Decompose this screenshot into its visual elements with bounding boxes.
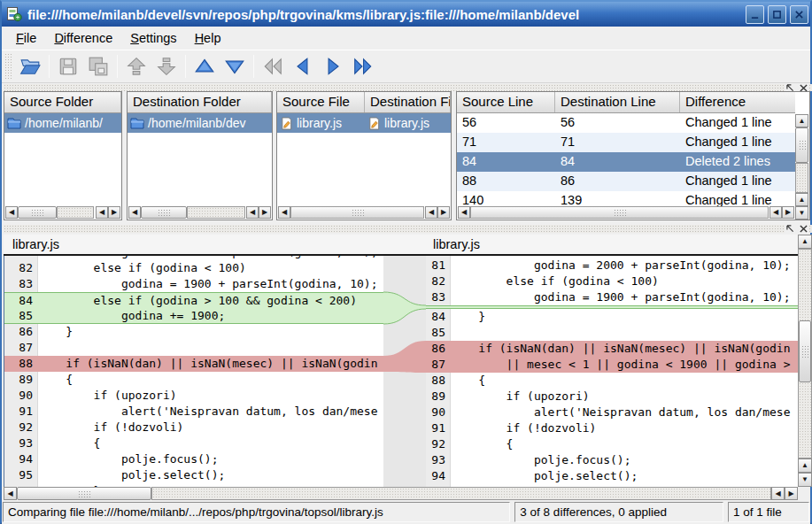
diff-hscrollbar-thumb[interactable] bbox=[17, 487, 151, 500]
next-file-button[interactable] bbox=[319, 53, 347, 80]
dock-handle-top[interactable] bbox=[4, 84, 812, 91]
difference-row[interactable]: 140139Changed 1 line bbox=[457, 191, 795, 206]
diff-scroll-up-button[interactable]: ▲ bbox=[798, 235, 812, 249]
hscrollbar-track[interactable] bbox=[470, 206, 769, 219]
open-button[interactable] bbox=[16, 53, 44, 80]
difference-row[interactable]: 8484Deleted 2 lines bbox=[457, 152, 795, 172]
differences-list: 5656Changed 1 line7171Changed 1 line8484… bbox=[457, 113, 795, 206]
diff-scroll-left-button[interactable]: ◀ bbox=[4, 487, 17, 500]
line-number: 94 bbox=[426, 468, 451, 484]
hscrollbar-track[interactable] bbox=[57, 206, 94, 219]
source-line-header[interactable]: Source Line bbox=[457, 92, 555, 112]
line-number: 81 bbox=[426, 258, 451, 274]
diff-vscrollbar-track[interactable] bbox=[798, 249, 812, 458]
code-text: godina = 2000 + parseInt(godina, 10); bbox=[451, 258, 798, 274]
scroll-up-button[interactable]: ▲ bbox=[795, 114, 808, 127]
scroll-left-button[interactable]: ◀ bbox=[278, 206, 290, 219]
diff-scroll-up-button[interactable]: ▲ bbox=[798, 458, 812, 473]
menu-file[interactable]: File bbox=[7, 28, 45, 48]
difference-row[interactable]: 7171Changed 1 line bbox=[457, 133, 795, 152]
line-number: 93 bbox=[4, 435, 38, 451]
vscrollbar-thumb[interactable] bbox=[795, 127, 808, 163]
source-folder-header[interactable]: Source Folder bbox=[4, 92, 121, 112]
destination-code-line: 94 polje.select(); bbox=[426, 468, 798, 484]
menu-difference[interactable]: Difference bbox=[45, 28, 121, 48]
files-row[interactable]: library.js library.js bbox=[277, 113, 451, 133]
hscrollbar-thumb[interactable] bbox=[18, 206, 57, 219]
source-folder-row[interactable]: /home/milanb/ bbox=[4, 113, 121, 133]
scroll-right-button[interactable]: ▶ bbox=[259, 206, 271, 219]
hscrollbar-thumb[interactable] bbox=[141, 206, 187, 219]
undock-icon[interactable] bbox=[786, 225, 794, 233]
vscrollbar-track[interactable] bbox=[795, 163, 808, 193]
code-text: if (!dozvoli) bbox=[451, 420, 798, 436]
hscrollbar-track[interactable] bbox=[290, 206, 424, 219]
source-file-name: library.js bbox=[297, 116, 342, 130]
code-text: godina = 1900 + parseInt(godina, 10); bbox=[451, 289, 798, 305]
diff-hscrollbar-track[interactable] bbox=[151, 487, 771, 500]
menu-settings[interactable]: Settings bbox=[121, 28, 185, 48]
titlebar[interactable]: file:///home/milanb/devel/svn/repos/php/… bbox=[2, 2, 810, 27]
minimize-button[interactable] bbox=[746, 5, 764, 24]
code-text: } bbox=[38, 324, 383, 340]
hscrollbar-track[interactable] bbox=[187, 206, 245, 219]
diff-scroll-right-button[interactable]: ▶ bbox=[785, 487, 798, 500]
source-code-line[interactable]: 84 else if (godina > 100 && godina < 200… bbox=[4, 292, 383, 308]
line-number: 91 bbox=[426, 420, 451, 436]
scroll-right-button[interactable]: ▶ bbox=[782, 206, 794, 219]
previous-difference-button[interactable] bbox=[190, 53, 219, 80]
scroll-left-button[interactable]: ◀ bbox=[425, 206, 437, 219]
folder-open-icon bbox=[19, 56, 41, 77]
scroll-left-button[interactable]: ◀ bbox=[96, 206, 108, 219]
dock-handle-diff[interactable] bbox=[4, 225, 812, 233]
close-button[interactable] bbox=[790, 5, 808, 24]
destination-code-line[interactable]: 87 || mesec < 1 || godina < 1900 || godi… bbox=[426, 357, 798, 373]
differences-panel: Source Line Destination Line Difference … bbox=[456, 91, 810, 220]
status-differences: 3 of 8 differences, 0 applied bbox=[514, 502, 723, 522]
line-number: 82 bbox=[4, 260, 38, 276]
source-file-header[interactable]: Source File bbox=[277, 92, 365, 112]
save-all-button bbox=[84, 53, 112, 80]
scroll-left-button[interactable]: ◀ bbox=[5, 206, 18, 219]
code-text: { bbox=[451, 373, 798, 389]
source-code-pane[interactable]: 81 godina = 2000 + parseInt(godina, 10);… bbox=[4, 256, 383, 487]
diff-vscrollbar-thumb[interactable] bbox=[799, 320, 811, 382]
code-text: godina += 1900; bbox=[38, 308, 383, 323]
scroll-left-button[interactable]: ◀ bbox=[458, 206, 470, 219]
scroll-up-button[interactable]: ▲ bbox=[795, 193, 808, 206]
last-difference-button[interactable] bbox=[349, 53, 377, 80]
minimize-icon bbox=[749, 9, 761, 20]
toolbar-separator bbox=[253, 55, 254, 78]
close-icon bbox=[793, 9, 805, 20]
scroll-left-button[interactable]: ◀ bbox=[128, 206, 141, 219]
source-code-line[interactable]: 88 if (isNaN(dan) || isNaN(mesec) || isN… bbox=[4, 356, 383, 372]
source-code-line: 82 else if (godina < 100) bbox=[4, 260, 383, 276]
destination-file-header[interactable]: Destination File bbox=[365, 92, 451, 112]
scroll-down-button[interactable]: ▼ bbox=[795, 206, 808, 220]
scroll-left-button[interactable]: ◀ bbox=[769, 206, 782, 219]
next-difference-button[interactable] bbox=[220, 53, 249, 80]
file-icon bbox=[367, 117, 381, 130]
code-text: polje.focus(); bbox=[451, 452, 798, 468]
previous-file-button[interactable] bbox=[289, 53, 317, 80]
scroll-right-button[interactable]: ▶ bbox=[108, 206, 120, 219]
destination-code-line[interactable]: 86 if (isNaN(dan) || isNaN(mesec) || isN… bbox=[426, 341, 798, 357]
difference-row[interactable]: 8886Changed 1 line bbox=[457, 172, 795, 191]
menu-help[interactable]: Help bbox=[186, 28, 230, 48]
dock-close-icon[interactable] bbox=[800, 225, 808, 233]
toolbar-handle[interactable] bbox=[4, 53, 12, 80]
destination-line-header[interactable]: Destination Line bbox=[555, 92, 680, 112]
scroll-right-button[interactable]: ▶ bbox=[437, 206, 450, 219]
difference-row[interactable]: 5656Changed 1 line bbox=[457, 113, 795, 133]
destination-folder-row[interactable]: /home/milanb/dev bbox=[128, 113, 272, 133]
destination-folder-header[interactable]: Destination Folder bbox=[128, 92, 272, 112]
diff-scroll-left-button[interactable]: ◀ bbox=[771, 487, 785, 500]
destination-code-pane[interactable]: 80 if (godina < 40)81 godina = 2000 + pa… bbox=[426, 256, 798, 487]
difference-header[interactable]: Difference bbox=[680, 92, 795, 112]
source-code-line[interactable]: 85 godina += 1900; bbox=[4, 308, 383, 324]
diff-scroll-down-button[interactable]: ▼ bbox=[798, 473, 812, 487]
code-text: if (upozori) bbox=[38, 388, 383, 404]
maximize-button[interactable] bbox=[768, 5, 786, 24]
code-text bbox=[451, 325, 798, 341]
scroll-left-button[interactable]: ◀ bbox=[246, 206, 259, 219]
